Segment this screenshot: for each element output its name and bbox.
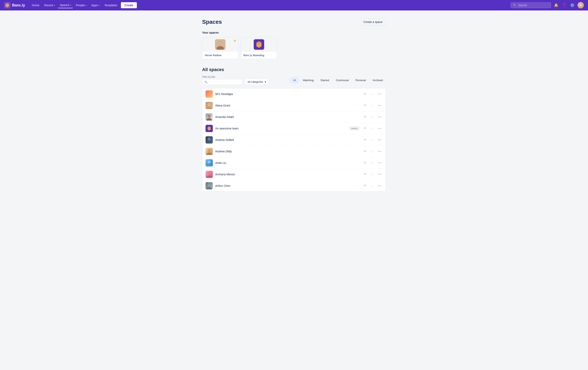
nav-people[interactable]: People ▾ [74,2,88,8]
more-icon-andrew-dildy[interactable]: ••• [377,149,382,154]
star-icon-anita[interactable]: ☆ [369,160,375,166]
svg-point-7 [206,107,212,109]
svg-point-16 [208,172,211,175]
space-row-awesome[interactable]: An awesome team teams 👁 ☆ ••• [202,123,386,134]
watch-icon-nostalgia[interactable]: 👁 [362,91,368,97]
space-avatar-andrew-dildy [206,148,213,155]
filter-tab-communal[interactable]: Communal [333,77,352,83]
svg-point-17 [206,176,212,178]
help-icon[interactable]: ❓ [561,2,567,8]
space-card-avatar-nicole [215,39,225,50]
space-card-bancly[interactable]: Banc.ly Marketing [241,37,277,59]
nav-recent[interactable]: Recent ▾ [42,2,57,8]
svg-point-11 [206,141,212,143]
star-icon-amanda[interactable]: ☆ [369,114,375,120]
space-card-name-nicole: Nicole Radlow [202,52,238,59]
space-name-awesome: An awesome team [215,127,346,130]
svg-point-10 [208,138,211,141]
filter-tab-all[interactable]: All [290,77,299,83]
filter-tab-personal[interactable]: Personal [352,77,369,83]
all-spaces-section: All spaces Filter by title 🔍 All categor… [202,67,386,192]
star-icon-alana[interactable]: ☆ [369,103,375,108]
space-row-anita[interactable]: Anita Liu 👁 ☆ ••• [202,157,386,169]
your-spaces-section: Your spaces ★ Nicole Ra [202,31,386,59]
filter-search-input[interactable] [209,80,240,84]
space-row-andrew-debell[interactable]: Andrew DeBell 👁 ☆ ••• [202,134,386,146]
notifications-icon[interactable]: 🔔 [553,2,559,8]
category-label: All categories [247,80,263,83]
filter-search-box[interactable]: 🔍 [202,79,242,85]
svg-point-14 [208,160,211,164]
space-row-arthur[interactable]: Arthur Chen 👁 ☆ ••• [202,180,386,191]
app-logo[interactable]: Banc.ly [4,2,25,9]
star-icon-andrew-dildy[interactable]: ☆ [369,149,375,154]
nav-spaces[interactable]: Spaces ▾ [58,2,73,8]
svg-point-15 [206,164,212,167]
watch-icon-alana[interactable]: 👁 [362,103,368,108]
watch-icon-arthur[interactable]: 👁 [362,183,368,189]
settings-icon[interactable]: ⚙️ [569,2,575,8]
spaces-chevron-icon: ▾ [70,4,71,6]
space-name-alana: Alana Grant [215,104,360,107]
star-icon-andrew-debell[interactable]: ☆ [369,137,375,143]
space-row-amanda[interactable]: Amanda Gitahi 👁 ☆ ••• [202,111,386,123]
space-row-andrew-dildy[interactable]: Andrew Dildy 👁 ☆ ••• [202,146,386,157]
space-avatar-awesome [206,125,213,132]
your-spaces-title: Your spaces [202,31,386,34]
filter-tab-watching[interactable]: Watching [300,77,317,83]
create-button[interactable]: Create [121,2,137,8]
space-name-andrew-dildy: Andrew Dildy [215,150,360,153]
apps-chevron-icon: ▾ [99,4,100,6]
watch-icon-anita[interactable]: 👁 [362,160,368,166]
space-cards: ★ Nicole Radlow Banc.ly Marketing [202,37,386,59]
space-card-header-nicole: ★ [202,37,238,52]
space-card-nicole[interactable]: ★ Nicole Radlow [202,37,238,59]
filter-search-icon: 🔍 [204,80,208,84]
more-icon-archana[interactable]: ••• [377,171,382,177]
nav-home[interactable]: Home [30,2,41,8]
more-icon-amanda[interactable]: ••• [377,114,382,120]
bancly-logo-icon [254,39,264,50]
more-icon-nostalgia[interactable]: ••• [377,91,382,97]
watch-icon-andrew-dildy[interactable]: 👁 [362,149,368,154]
space-avatar-nostalgia [206,90,213,98]
navbar-right: 🔍 🔔 ❓ ⚙️ N [511,2,584,9]
more-icon-alana[interactable]: ••• [377,103,382,108]
svg-point-13 [206,153,212,155]
filter-label: Filter by title [202,76,242,78]
star-icon-awesome[interactable]: ☆ [369,126,375,131]
more-icon-awesome[interactable]: ••• [377,126,382,131]
avatar[interactable]: N [578,2,584,9]
space-avatar-archana [206,171,213,178]
space-actions-andrew-debell: 👁 ☆ ••• [362,137,382,143]
more-icon-andrew-debell[interactable]: ••• [377,137,382,143]
space-actions-alana: 👁 ☆ ••• [362,103,382,108]
nav-apps[interactable]: Apps ▾ [89,2,102,8]
person-avatar-icon [215,39,225,50]
more-icon-anita[interactable]: ••• [377,160,382,166]
more-icon-arthur[interactable]: ••• [377,183,382,189]
space-name-amanda: Amanda Gitahi [215,115,360,119]
star-icon-archana[interactable]: ☆ [369,171,375,177]
space-row-archana[interactable]: Archana Menon 👁 ☆ ••• [202,169,386,180]
space-actions-nostalgia: 👁 ☆ ••• [362,91,382,97]
filter-tab-starred[interactable]: Starred [318,77,332,83]
space-row-alana[interactable]: Alana Grant 👁 ☆ ••• [202,100,386,111]
filter-tab-archived[interactable]: Archived [369,77,386,83]
star-icon-nostalgia[interactable]: ☆ [369,91,375,97]
svg-point-12 [208,149,211,152]
watch-icon-awesome[interactable]: 👁 [362,126,368,131]
watch-icon-amanda[interactable]: 👁 [362,114,368,120]
search-input[interactable] [518,4,548,7]
star-icon-arthur[interactable]: ☆ [369,183,375,189]
category-select[interactable]: All categories ▾ [245,79,269,85]
create-space-button[interactable]: Create a space [360,19,386,25]
watch-icon-andrew-debell[interactable]: 👁 [362,137,368,143]
nav-templates[interactable]: Templates [102,2,119,8]
space-row-nostalgia[interactable]: 90's Nostalgia 👁 ☆ ••• [202,88,386,100]
search-bar[interactable]: 🔍 [511,2,551,8]
watch-icon-archana[interactable]: 👁 [362,171,368,177]
recent-chevron-icon: ▾ [54,4,55,6]
svg-point-19 [206,187,212,190]
main-content: Spaces Create a space Your spaces [197,10,391,200]
